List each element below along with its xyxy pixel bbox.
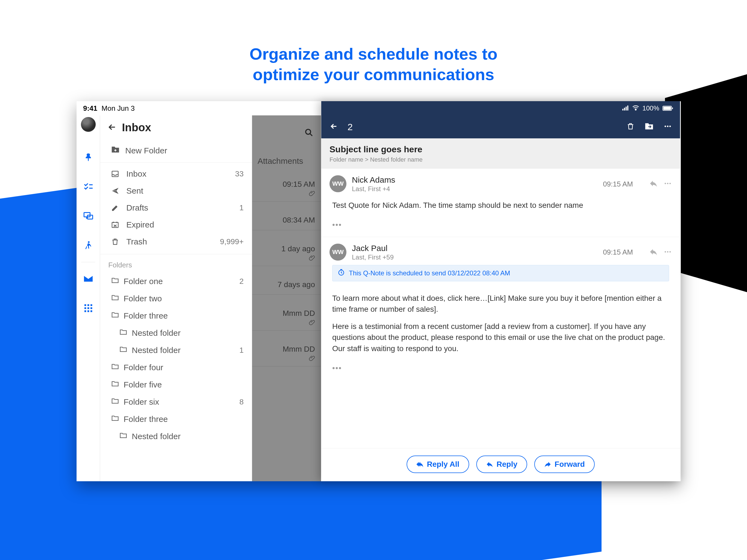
svg-point-29 — [665, 251, 666, 252]
folder-label: Folder four — [124, 363, 243, 372]
list-item-time: 7 days ago — [258, 280, 315, 289]
mail-icon[interactable] — [77, 264, 100, 294]
folder-icon — [111, 397, 119, 407]
system-folder-drafts[interactable]: Drafts1 — [100, 199, 252, 216]
folder-label: Expired — [126, 220, 243, 229]
drafts-icon — [111, 204, 122, 212]
promo-line1: Organize and schedule notes to — [250, 44, 498, 64]
chat-icon[interactable] — [77, 201, 100, 231]
reply-all-button[interactable]: Reply All — [407, 456, 469, 473]
toolbar-back-icon[interactable] — [327, 120, 340, 134]
system-folder-sent[interactable]: Sent — [100, 182, 252, 199]
list-item-time: 09:15 AM — [258, 180, 315, 189]
schedule-banner: This Q-Note is scheduled to send 03/12/2… — [332, 265, 669, 281]
battery-percent: 100% — [643, 104, 659, 112]
folder-label: Folder one — [124, 277, 239, 286]
svg-rect-18 — [627, 105, 628, 110]
list-item[interactable]: 09:15 AM — [252, 166, 321, 202]
nested-folder-item[interactable]: Nested folder — [100, 428, 252, 445]
svg-rect-7 — [87, 307, 89, 309]
search-icon[interactable] — [304, 128, 314, 138]
message-body: To learn more about what it does, click … — [330, 286, 672, 362]
svg-rect-21 — [663, 107, 671, 110]
trash-icon — [111, 238, 122, 246]
recipient-summary: Last, First +59 — [352, 253, 597, 261]
move-folder-icon[interactable] — [642, 120, 656, 134]
tasks-icon[interactable] — [77, 172, 100, 201]
signal-icon — [622, 104, 629, 112]
svg-point-28 — [669, 183, 671, 184]
battery-icon — [663, 105, 673, 111]
message-more-icon[interactable] — [664, 248, 672, 257]
folder-label: Trash — [126, 237, 220, 246]
new-folder-button[interactable]: New Folder — [100, 140, 252, 163]
folder-label: Sent — [126, 186, 243, 196]
svg-point-31 — [669, 251, 671, 252]
sender-avatar: WW — [330, 244, 346, 261]
recipient-summary: Last, First +4 — [352, 185, 597, 193]
thread-count: 2 — [347, 122, 353, 132]
back-icon[interactable] — [107, 122, 117, 133]
list-item[interactable]: Mmm DD — [252, 331, 321, 366]
svg-point-30 — [667, 251, 669, 252]
message-more-icon[interactable] — [664, 179, 672, 189]
list-item[interactable]: Mmm DD — [252, 295, 321, 331]
message-time: 09:15 AM — [603, 180, 633, 188]
message-item: WW Jack Paul Last, First +59 09:15 AM Th… — [321, 237, 680, 380]
expired-icon — [111, 221, 122, 229]
svg-rect-12 — [112, 171, 119, 177]
list-item[interactable]: 08:34 AM — [252, 202, 321, 230]
user-folder-item[interactable]: Folder three — [100, 410, 252, 428]
reply-button[interactable]: Reply — [476, 456, 527, 473]
reply-icon[interactable] — [649, 179, 658, 189]
user-folder-item[interactable]: Folder five — [100, 376, 252, 393]
thread: WW Nick Adams Last, First +4 09:15 AM Te… — [321, 169, 680, 448]
promo-title: Organize and schedule notes to optimize … — [250, 44, 498, 85]
system-folder-inbox[interactable]: Inbox33 — [100, 166, 252, 182]
clock-icon — [337, 269, 345, 278]
folder-count: 1 — [239, 203, 243, 212]
folder-label: Nested folder — [132, 346, 239, 355]
folder-icon — [111, 311, 119, 321]
delete-icon[interactable] — [624, 120, 637, 134]
apps-grid-icon[interactable] — [77, 294, 100, 323]
list-item[interactable]: 7 days ago — [252, 266, 321, 295]
user-folder-item[interactable]: Folder four — [100, 359, 252, 376]
user-folder-item[interactable]: Folder two — [100, 290, 252, 307]
list-item[interactable]: 1 day ago — [252, 230, 321, 266]
walk-icon[interactable] — [77, 231, 100, 260]
svg-point-25 — [669, 126, 671, 127]
svg-point-19 — [635, 109, 636, 110]
system-folder-expired[interactable]: Expired — [100, 216, 252, 233]
avatar[interactable] — [81, 117, 96, 132]
nested-folder-item[interactable]: Nested folder — [100, 324, 252, 341]
folder-count: 9,999+ — [220, 237, 243, 246]
wifi-icon — [632, 104, 639, 112]
user-folder-item[interactable]: Folder six8 — [100, 393, 252, 410]
folder-icon — [111, 294, 119, 304]
folder-label: Folder six — [124, 397, 239, 407]
svg-rect-8 — [90, 307, 92, 309]
subject-line: Subject line goes here — [330, 144, 672, 154]
user-folder-item[interactable]: Folder three — [100, 307, 252, 324]
expand-quote-button[interactable]: ••• — [330, 362, 672, 373]
folder-label: Drafts — [126, 203, 239, 212]
expand-quote-button[interactable]: ••• — [330, 219, 672, 229]
svg-rect-3 — [84, 304, 86, 306]
nested-folder-item[interactable]: Nested folder1 — [100, 341, 252, 359]
user-folder-item[interactable]: Folder one2 — [100, 273, 252, 290]
more-icon[interactable] — [662, 120, 674, 134]
message-body: Test Quote for Nick Adam. The time stamp… — [330, 193, 672, 219]
folder-icon — [111, 276, 119, 286]
folder-label: Folder three — [124, 414, 243, 424]
message-toolbar: 2 — [321, 116, 680, 138]
folder-icon — [119, 431, 127, 441]
system-folder-trash[interactable]: Trash9,999+ — [100, 233, 252, 250]
reply-icon[interactable] — [649, 248, 658, 257]
svg-rect-17 — [626, 107, 627, 110]
reply-all-label: Reply All — [427, 460, 459, 469]
pin-icon[interactable] — [77, 142, 100, 172]
forward-button[interactable]: Forward — [534, 456, 594, 473]
folder-icon — [119, 328, 127, 338]
folder-label: Nested folder — [132, 328, 243, 338]
